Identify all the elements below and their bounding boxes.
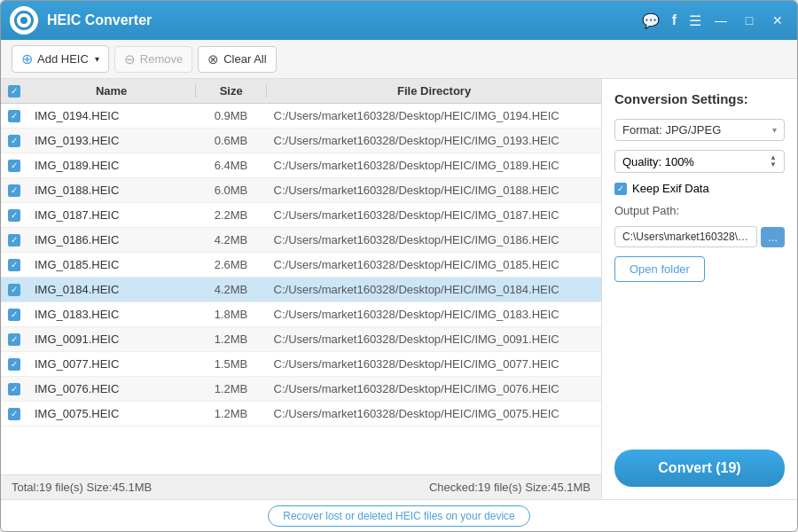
row-checkbox[interactable]: [8, 184, 20, 197]
row-checkbox-cell: [1, 358, 27, 371]
row-directory: C:/Users/market160328/Desktop/HEIC/IMG_0…: [267, 258, 601, 271]
row-size: 0.6MB: [196, 134, 267, 147]
table-row[interactable]: IMG_0184.HEIC 4.2MB C:/Users/market16032…: [1, 278, 601, 302]
toolbar: ⊕ Add HEIC ▾ ⊖ Remove ⊗ Clear All: [1, 40, 797, 79]
row-size: 0.9MB: [196, 109, 267, 122]
row-checkbox-cell: [1, 160, 27, 172]
row-checkbox[interactable]: [8, 333, 20, 346]
row-directory: C:/Users/market160328/Desktop/HEIC/IMG_0…: [267, 233, 601, 246]
recover-link[interactable]: Recover lost or deleted HEIC files on yo…: [268, 505, 529, 527]
row-directory: C:/Users/market160328/Desktop/HEIC/IMG_0…: [267, 332, 601, 346]
row-size: 1.5MB: [196, 357, 267, 371]
format-row: Format: JPG/JPEG ▾: [614, 119, 785, 141]
chat-icon[interactable]: 💬: [642, 12, 660, 29]
row-checkbox[interactable]: [8, 234, 20, 246]
plus-icon: ⊕: [21, 51, 33, 67]
quality-spinner[interactable]: ▲ ▼: [770, 154, 777, 168]
table-row[interactable]: IMG_0189.HEIC 6.4MB C:/Users/market16032…: [1, 153, 601, 178]
table-row[interactable]: IMG_0188.HEIC 6.0MB C:/Users/market16032…: [1, 178, 601, 203]
column-dir-header: File Directory: [267, 84, 601, 98]
maximize-button[interactable]: □: [739, 10, 760, 31]
settings-title: Conversion Settings:: [614, 91, 785, 106]
titlebar: HEIC Converter 💬 f ☰ — □ ✕: [1, 1, 797, 40]
row-size: 1.2MB: [196, 407, 267, 420]
row-checkbox[interactable]: [8, 110, 20, 122]
quality-down-icon[interactable]: ▼: [770, 161, 777, 168]
total-status: Total:19 file(s) Size:45.1MB: [12, 481, 152, 494]
table-row[interactable]: IMG_0183.HEIC 1.8MB C:/Users/market16032…: [1, 302, 601, 327]
quality-box[interactable]: Quality: 100% ▲ ▼: [614, 150, 785, 173]
open-folder-button[interactable]: Open folder: [614, 256, 705, 282]
table-header: Name Size File Directory: [1, 79, 601, 104]
convert-button[interactable]: Convert (19): [614, 450, 785, 487]
row-directory: C:/Users/market160328/Desktop/HEIC/IMG_0…: [267, 357, 601, 371]
keep-exif-checkbox[interactable]: [614, 183, 627, 195]
row-directory: C:/Users/market160328/Desktop/HEIC/IMG_0…: [267, 407, 601, 420]
table-row[interactable]: IMG_0186.HEIC 4.2MB C:/Users/market16032…: [1, 228, 601, 253]
row-filename: IMG_0186.HEIC: [27, 233, 196, 246]
row-checkbox[interactable]: [8, 309, 20, 321]
row-checkbox[interactable]: [8, 284, 20, 296]
row-checkbox[interactable]: [8, 135, 20, 147]
table-row[interactable]: IMG_0075.HEIC 1.2MB C:/Users/market16032…: [1, 402, 601, 426]
row-checkbox-cell: [1, 234, 27, 246]
main-content: Name Size File Directory IMG_0194.HEIC 0…: [1, 79, 797, 499]
row-directory: C:/Users/market160328/Desktop/HEIC/IMG_0…: [267, 382, 601, 395]
minus-icon: ⊖: [124, 51, 136, 67]
row-checkbox-cell: [1, 209, 27, 222]
row-checkbox[interactable]: [8, 160, 20, 172]
minimize-button[interactable]: —: [710, 10, 732, 31]
output-path-label: Output Path:: [614, 204, 785, 217]
quality-row: Quality: 100% ▲ ▼: [614, 150, 785, 173]
table-row[interactable]: IMG_0193.HEIC 0.6MB C:/Users/market16032…: [1, 129, 601, 153]
row-directory: C:/Users/market160328/Desktop/HEIC/IMG_0…: [267, 283, 601, 296]
remove-label: Remove: [140, 52, 183, 66]
menu-icon[interactable]: ☰: [689, 12, 701, 29]
row-checkbox-cell: [1, 284, 27, 296]
browse-output-button[interactable]: ...: [761, 227, 785, 247]
row-directory: C:/Users/market160328/Desktop/HEIC/IMG_0…: [267, 109, 601, 122]
row-size: 1.2MB: [196, 332, 267, 346]
row-checkbox-cell: [1, 135, 27, 147]
output-path-display: C:\Users\market160328\Docu: [614, 226, 757, 247]
select-all-checkbox[interactable]: [8, 85, 20, 98]
row-filename: IMG_0187.HEIC: [27, 208, 196, 222]
row-checkbox-cell: [1, 110, 27, 122]
row-checkbox-cell: [1, 408, 27, 420]
remove-button[interactable]: ⊖ Remove: [114, 46, 192, 73]
row-filename: IMG_0194.HEIC: [27, 109, 196, 122]
table-row[interactable]: IMG_0194.HEIC 0.9MB C:/Users/market16032…: [1, 104, 601, 129]
row-size: 2.6MB: [196, 258, 267, 271]
header-checkbox-cell[interactable]: [1, 85, 27, 98]
row-checkbox[interactable]: [8, 209, 20, 222]
row-size: 4.2MB: [196, 283, 267, 296]
row-checkbox[interactable]: [8, 259, 20, 271]
add-heic-button[interactable]: ⊕ Add HEIC ▾: [12, 45, 109, 73]
table-row[interactable]: IMG_0185.HEIC 2.6MB C:/Users/market16032…: [1, 253, 601, 278]
format-select[interactable]: Format: JPG/JPEG ▾: [614, 119, 785, 141]
file-list-area: Name Size File Directory IMG_0194.HEIC 0…: [1, 79, 602, 499]
keep-exif-label: Keep Exif Data: [632, 182, 709, 195]
clear-label: Clear All: [223, 52, 266, 66]
table-row[interactable]: IMG_0076.HEIC 1.2MB C:/Users/market16032…: [1, 377, 601, 402]
close-button[interactable]: ✕: [767, 10, 788, 31]
quality-value: Quality: 100%: [622, 155, 694, 168]
clear-all-button[interactable]: ⊗ Clear All: [198, 46, 276, 73]
table-row[interactable]: IMG_0187.HEIC 2.2MB C:/Users/market16032…: [1, 203, 601, 228]
table-row[interactable]: IMG_0091.HEIC 1.2MB C:/Users/market16032…: [1, 327, 601, 352]
add-label: Add HEIC: [37, 52, 89, 66]
row-checkbox[interactable]: [8, 383, 20, 395]
column-size-header: Size: [196, 84, 267, 98]
row-filename: IMG_0184.HEIC: [27, 283, 196, 296]
output-path-row: C:\Users\market160328\Docu ...: [614, 226, 785, 247]
row-size: 6.0MB: [196, 184, 267, 197]
bottombar: Recover lost or deleted HEIC files on yo…: [1, 499, 797, 531]
row-checkbox[interactable]: [8, 408, 20, 420]
row-size: 1.8MB: [196, 308, 267, 321]
facebook-icon[interactable]: f: [672, 12, 677, 28]
row-checkbox[interactable]: [8, 358, 20, 371]
table-row[interactable]: IMG_0077.HEIC 1.5MB C:/Users/market16032…: [1, 352, 601, 377]
row-size: 2.2MB: [196, 208, 267, 222]
row-directory: C:/Users/market160328/Desktop/HEIC/IMG_0…: [267, 134, 601, 147]
row-checkbox-cell: [1, 309, 27, 321]
